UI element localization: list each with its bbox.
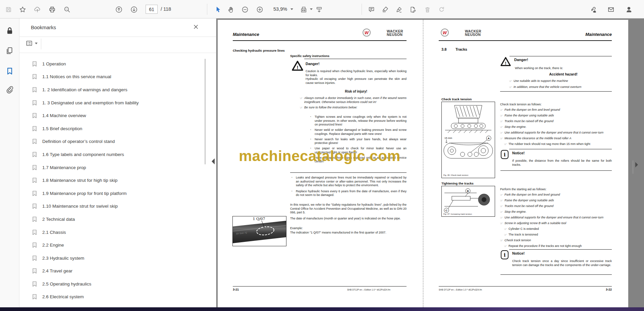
- arrow-marker: ☞: [504, 142, 507, 146]
- comment-icon[interactable]: [367, 5, 376, 14]
- delete-icon[interactable]: [423, 5, 432, 14]
- section-title: Checking hydraulic pressure lines: [233, 49, 285, 52]
- save-icon[interactable]: [4, 5, 13, 14]
- page-up-icon[interactable]: [114, 5, 123, 14]
- notice-rule-bottom: [500, 170, 612, 171]
- fit-width-icon[interactable]: [299, 5, 308, 14]
- hand-tool-icon[interactable]: [226, 5, 235, 14]
- logo-line2: NEUSON: [387, 33, 403, 36]
- bookmark-item[interactable]: 1.8 Maintenance strut for high tip skip: [19, 174, 207, 187]
- bookmark-item[interactable]: 1. 3 Designated use and exemption from l…: [19, 96, 207, 109]
- danger-title: Danger!: [514, 58, 528, 62]
- fig46-caption: Fig. 46: Check track tension: [443, 174, 468, 176]
- page-thumbnails-icon[interactable]: [5, 46, 14, 55]
- header-rule: [439, 40, 612, 41]
- attachments-icon[interactable]: [5, 86, 14, 94]
- arrow-marker: ☞: [500, 193, 503, 197]
- bookmark-item-label: 2 Technical data: [42, 217, 75, 222]
- list-item: ☞The track is tensioned: [504, 233, 612, 237]
- bookmark-item[interactable]: 1.1 Notices on this service manual: [19, 70, 207, 84]
- page-header-title: Maintenance: [585, 32, 612, 37]
- hose-figure-label: 1 Q/07: [253, 217, 265, 221]
- tighten-intro: Perform the starting aid as follows:: [500, 188, 546, 192]
- close-icon[interactable]: [192, 23, 200, 31]
- bookmark-item-label: 1.7 Maintenance prop: [42, 165, 86, 170]
- list-item: ·Tighten screws and screw couplings only…: [310, 115, 407, 127]
- bookmark-item[interactable]: 2.2 Engine: [19, 239, 207, 252]
- arrow-marker: ☞: [504, 233, 507, 237]
- document-area: Maintenance W WACKER NEUSON Checking hyd…: [216, 18, 644, 307]
- bookmark-item[interactable]: 2.1 Chassis: [19, 226, 207, 239]
- add-user-icon[interactable]: [625, 5, 633, 14]
- scroll-mode-icon[interactable]: [315, 5, 323, 14]
- paragraph: The indication "1 Q/07" means manufactur…: [290, 231, 407, 235]
- fill-sign-icon[interactable]: [408, 5, 417, 14]
- next-page-arrow[interactable]: [635, 162, 638, 167]
- check-track-label: Check track tension: [441, 97, 472, 101]
- page-header-title: Maintenance: [233, 32, 259, 37]
- bookmark-options-button[interactable]: [25, 40, 38, 47]
- bookmark-item[interactable]: 2 Technical data: [19, 213, 207, 226]
- arrow-marker: ☞: [500, 216, 503, 220]
- safety-arrow-list: ☞Always consult a doctor immediately in …: [300, 96, 407, 111]
- select-cursor-icon[interactable]: [214, 5, 222, 14]
- sign-pen-icon[interactable]: [394, 5, 403, 14]
- bookmark-item[interactable]: 2.6 Electrical system: [19, 291, 207, 304]
- page-number-input[interactable]: [146, 5, 158, 14]
- bookmark-item[interactable]: 1.4 Machine overview: [19, 109, 207, 122]
- zoom-in-icon[interactable]: [255, 5, 264, 14]
- highlight-icon[interactable]: [381, 5, 389, 14]
- list-item: ☞Tracks must be raised off the ground: [500, 119, 612, 123]
- bookmark-icon: [32, 242, 37, 248]
- list-item: ·Never search for leaks with your bare h…: [310, 138, 407, 145]
- fit-dropdown-caret[interactable]: [310, 8, 313, 10]
- bookmark-list: 1 Operation 1.1 Notices on this service …: [19, 57, 207, 303]
- pdf-spread: Maintenance W WACKER NEUSON Checking hyd…: [218, 20, 628, 307]
- pdf-page-right: W WACKER NEUSON Maintenance 3.8 Tracks !…: [423, 20, 628, 307]
- panel-scrollbar[interactable]: [205, 59, 206, 164]
- page-down-icon[interactable]: [129, 5, 138, 14]
- bookmark-item-label: 1.9 Maintenance prop for front tip platf…: [42, 191, 126, 196]
- bookmark-item[interactable]: 1.10 Maintenance strut for swivel skip: [19, 200, 207, 213]
- bookmark-item[interactable]: 1.6 Type labels and component numbers: [19, 148, 207, 161]
- bookmark-item[interactable]: 1.7 Maintenance prop: [19, 161, 207, 174]
- email-icon[interactable]: [606, 5, 615, 14]
- bookmark-item[interactable]: 2.4 Travel gear: [19, 265, 207, 278]
- section-rule: [290, 172, 407, 173]
- bookmark-item[interactable]: 1. 2 Identification of warnings and dang…: [19, 83, 207, 96]
- footer-rule: [233, 286, 407, 287]
- vertical-scrollbar[interactable]: [632, 160, 634, 174]
- bookmark-item[interactable]: 1.9 Maintenance prop for front tip platf…: [19, 187, 207, 200]
- share-cloud-icon[interactable]: [33, 5, 42, 14]
- bookmark-item[interactable]: 1 Operation: [19, 57, 207, 70]
- bookmark-item[interactable]: 2.5 Operating hydraulics: [19, 277, 207, 291]
- collapse-panel-arrow[interactable]: [212, 158, 215, 164]
- search-icon[interactable]: [62, 5, 71, 14]
- print-icon[interactable]: [48, 5, 56, 14]
- bullet-marker: ·: [310, 115, 311, 119]
- svg-text:!: !: [505, 61, 506, 66]
- bookmark-item[interactable]: 2.3 Hydraulic system: [19, 252, 207, 265]
- footer-rule: [439, 286, 612, 287]
- arrow-marker: ☞: [300, 96, 303, 100]
- bookmark-item[interactable]: Definition of operator’s control stand: [19, 135, 207, 148]
- panel-title: Bookmarks: [31, 24, 56, 30]
- danger-rule-top: [509, 56, 612, 56]
- bookmark-item-label: 2.1 Chassis: [42, 230, 66, 235]
- list-item: ☞In addition, ensure that the vehicle ca…: [509, 85, 612, 89]
- link-share-icon[interactable]: [588, 5, 597, 14]
- lock-icon[interactable]: [5, 27, 14, 35]
- bookmark-item[interactable]: 1.5 Brief description: [19, 122, 207, 135]
- watermark: machinecatalogic.com: [239, 148, 400, 164]
- arrow-marker: ☞: [504, 244, 507, 248]
- list-item: ☞Stop the engine.: [500, 125, 612, 129]
- zoom-out-icon[interactable]: [240, 5, 249, 14]
- zoom-level-label[interactable]: 53,9%: [273, 6, 287, 12]
- bookmarks-panel-icon[interactable]: [5, 67, 14, 75]
- bookmark-item-label: 1.4 Machine overview: [42, 113, 86, 118]
- redo-icon[interactable]: [437, 5, 446, 14]
- list-item: ☞Tracks must be raised off the ground: [500, 204, 612, 208]
- star-icon[interactable]: [18, 5, 27, 14]
- bookmark-icon: [32, 126, 37, 132]
- zoom-dropdown-caret[interactable]: [290, 8, 293, 10]
